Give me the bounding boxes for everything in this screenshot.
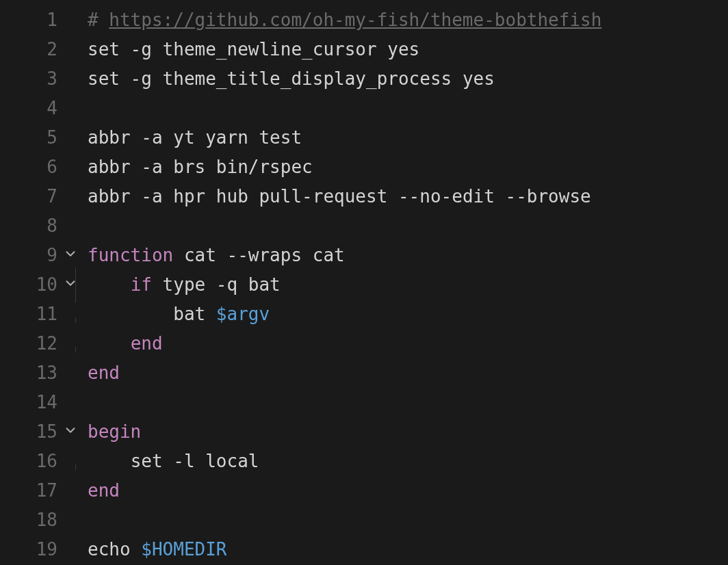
- indentation: [88, 274, 131, 295]
- line-number: 6: [0, 153, 63, 182]
- token-text: -g theme_title_display_process yes: [120, 68, 495, 89]
- token-text: type -q bat: [152, 274, 281, 295]
- line-number: 12: [0, 329, 63, 358]
- line-number: 17: [0, 476, 63, 505]
- line-number: 19: [0, 535, 63, 564]
- code-line[interactable]: 12 end: [0, 329, 728, 358]
- code-line[interactable]: 2set -g theme_newline_cursor yes: [0, 35, 728, 64]
- line-number: 13: [0, 358, 63, 388]
- token-builtin: echo: [88, 539, 131, 560]
- code-line[interactable]: 15begin: [0, 417, 728, 447]
- code-line[interactable]: 16 set -l local: [0, 447, 728, 476]
- line-number: 1: [0, 5, 63, 35]
- chevron-down-icon: [63, 241, 78, 270]
- token-text: bat: [173, 304, 216, 324]
- code-line[interactable]: 11 bat $argv: [0, 300, 728, 329]
- indent-guide: [75, 317, 76, 323]
- token-builtin: abbr: [88, 157, 131, 177]
- line-number: 2: [0, 35, 63, 64]
- code-content[interactable]: begin: [88, 417, 728, 447]
- token-text: -a yt yarn test: [131, 127, 302, 148]
- token-keyword: function: [88, 245, 173, 265]
- token-builtin: set: [88, 68, 120, 89]
- token-builtin: abbr: [88, 127, 131, 148]
- code-content[interactable]: # https://github.com/oh-my-fish/theme-bo…: [88, 5, 728, 35]
- line-number: 4: [0, 94, 63, 123]
- line-number: 7: [0, 182, 63, 211]
- code-content[interactable]: abbr -a yt yarn test: [88, 123, 728, 153]
- code-line[interactable]: 1# https://github.com/oh-my-fish/theme-b…: [0, 5, 728, 35]
- code-line[interactable]: 9function cat --wraps cat: [0, 241, 728, 270]
- line-number: 14: [0, 388, 63, 417]
- code-content[interactable]: end: [88, 358, 728, 388]
- line-number: 5: [0, 123, 63, 153]
- token-builtin: abbr: [88, 186, 131, 207]
- line-number: 10: [0, 270, 63, 300]
- code-content[interactable]: if type -q bat: [88, 270, 728, 300]
- code-line[interactable]: 18: [0, 505, 728, 535]
- code-content[interactable]: set -l local: [88, 447, 728, 476]
- code-line[interactable]: 4: [0, 94, 728, 123]
- code-content[interactable]: abbr -a hpr hub pull-request --no-edit -…: [88, 182, 728, 211]
- code-content[interactable]: end: [88, 329, 728, 358]
- code-line[interactable]: 10 if type -q bat: [0, 270, 728, 300]
- code-content[interactable]: bat $argv: [88, 300, 728, 329]
- token-text: [131, 539, 142, 560]
- line-number: 15: [0, 417, 63, 447]
- code-content[interactable]: abbr -a brs bin/rspec: [88, 153, 728, 182]
- indent-guide: [75, 267, 76, 302]
- code-line[interactable]: 5abbr -a yt yarn test: [0, 123, 728, 153]
- token-text: cat --wraps cat: [173, 245, 344, 265]
- token-keyword: end: [88, 363, 120, 383]
- line-number: 9: [0, 241, 63, 270]
- indent-guide: [75, 347, 76, 352]
- line-number: 3: [0, 64, 63, 94]
- code-line[interactable]: 3set -g theme_title_display_process yes: [0, 64, 728, 94]
- fold-toggle[interactable]: [63, 417, 88, 447]
- token-text: -a brs bin/rspec: [131, 157, 313, 177]
- chevron-down-icon: [63, 417, 78, 447]
- code-content[interactable]: end: [88, 476, 728, 505]
- token-text: -l local: [163, 451, 259, 471]
- fold-toggle[interactable]: [63, 241, 88, 270]
- code-line[interactable]: 8: [0, 211, 728, 241]
- line-number: 18: [0, 505, 63, 535]
- code-line[interactable]: 19echo $HOMEDIR: [0, 535, 728, 564]
- token-keyword: if: [131, 274, 152, 295]
- token-builtin: set: [88, 39, 120, 60]
- token-keyword: end: [88, 480, 120, 501]
- token-keyword: begin: [88, 421, 141, 442]
- code-content[interactable]: echo $HOMEDIR: [88, 535, 728, 564]
- token-url: https://github.com/oh-my-fish/theme-bobt…: [109, 10, 601, 30]
- token-text: -g theme_newline_cursor yes: [120, 39, 419, 60]
- indentation: [88, 304, 173, 324]
- line-number: 16: [0, 447, 63, 476]
- code-line[interactable]: 7abbr -a hpr hub pull-request --no-edit …: [0, 182, 728, 211]
- token-text: -a hpr hub pull-request --no-edit --brow…: [131, 186, 591, 207]
- token-var: $HOMEDIR: [141, 539, 226, 560]
- code-content[interactable]: function cat --wraps cat: [88, 241, 728, 270]
- token-comment: #: [88, 10, 109, 30]
- token-keyword: end: [131, 333, 163, 354]
- indentation: [88, 451, 131, 471]
- line-number: 8: [0, 211, 63, 241]
- fold-toggle[interactable]: [63, 270, 88, 300]
- code-line[interactable]: 13end: [0, 358, 728, 388]
- indentation: [88, 333, 131, 354]
- line-number: 11: [0, 300, 63, 329]
- code-content[interactable]: set -g theme_newline_cursor yes: [88, 35, 728, 64]
- code-line[interactable]: 14: [0, 388, 728, 417]
- code-line[interactable]: 17end: [0, 476, 728, 505]
- code-editor[interactable]: 1# https://github.com/oh-my-fish/theme-b…: [0, 0, 728, 564]
- token-builtin: set: [131, 451, 163, 471]
- code-content[interactable]: set -g theme_title_display_process yes: [88, 64, 728, 94]
- indent-guide: [75, 464, 76, 470]
- token-var: $argv: [216, 304, 270, 324]
- code-line[interactable]: 6abbr -a brs bin/rspec: [0, 153, 728, 182]
